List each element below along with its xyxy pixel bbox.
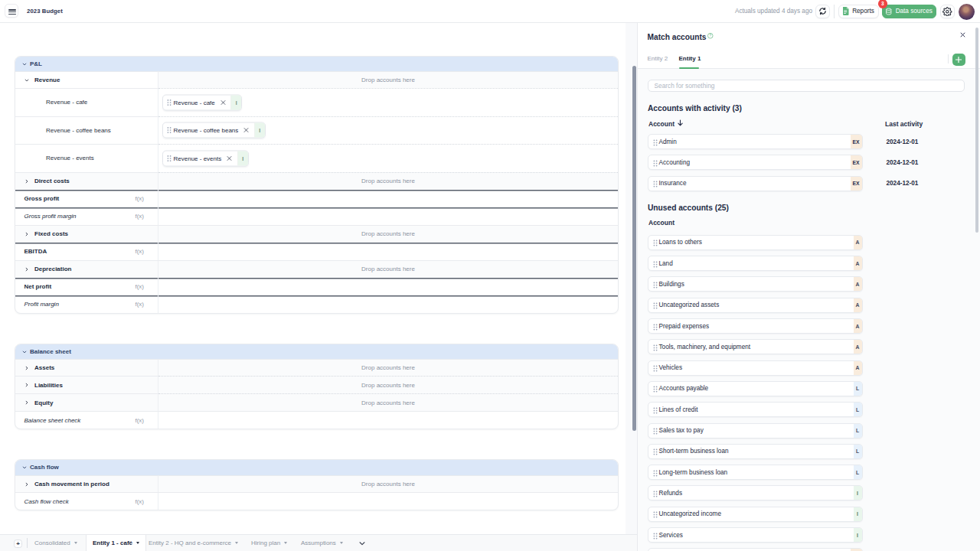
svg-text:?: ? [709, 34, 711, 37]
